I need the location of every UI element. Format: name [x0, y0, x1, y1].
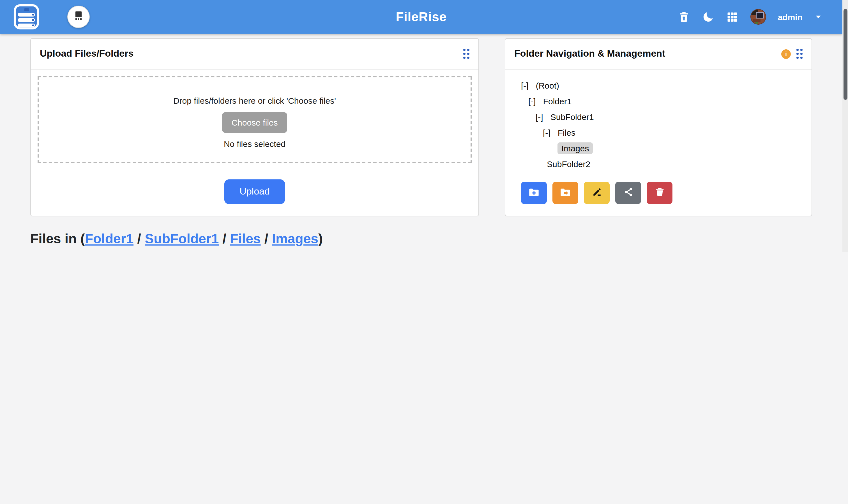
- breadcrumb-link-folder1[interactable]: Folder1: [85, 231, 134, 246]
- create-folder-button[interactable]: [521, 182, 547, 204]
- folder-tree: [-] (Root) [-] Folder1 [-] SubFolder1 [-…: [505, 70, 812, 172]
- file-dropzone[interactable]: Drop files/folders here or click 'Choose…: [38, 76, 472, 163]
- breadcrumb-link-images[interactable]: Images: [272, 231, 318, 246]
- pencil-icon: [591, 187, 602, 199]
- tree-label[interactable]: Folder1: [539, 95, 576, 107]
- user-avatar[interactable]: [750, 9, 766, 25]
- scrollbar[interactable]: [842, 0, 848, 252]
- tree-toggle[interactable]: [-]: [543, 128, 550, 137]
- breadcrumb-suffix: ): [318, 231, 323, 246]
- trash-restore-icon[interactable]: [678, 11, 690, 23]
- tree-item[interactable]: [-] SubFolder1: [505, 109, 812, 124]
- scrollbar-thumb[interactable]: [843, 9, 847, 100]
- folder-card-title: Folder Navigation & Management: [514, 48, 665, 59]
- tree-label[interactable]: Images: [558, 142, 593, 154]
- tree-item[interactable]: [-] Files: [505, 124, 812, 140]
- breadcrumb: Files in (Folder1 / SubFolder1 / Files /…: [30, 231, 812, 247]
- dark-mode-moon-icon[interactable]: [702, 11, 714, 23]
- page-content: Upload Files/Folders Drop files/folders …: [0, 34, 842, 252]
- share-icon: [623, 187, 634, 199]
- caret-down-icon[interactable]: [814, 11, 822, 23]
- tree-item[interactable]: [-] (Root): [505, 77, 812, 93]
- topbar-actions: admin: [678, 9, 842, 25]
- tree-item[interactable]: [-] Folder1: [505, 93, 812, 109]
- breadcrumb-prefix: Files in (: [30, 231, 85, 246]
- drag-handle-icon[interactable]: [796, 49, 802, 59]
- share-folder-button[interactable]: [615, 182, 641, 204]
- tree-item[interactable]: SubFolder2: [505, 156, 812, 172]
- cards-row: Upload Files/Folders Drop files/folders …: [0, 34, 842, 216]
- delete-folder-button[interactable]: [647, 182, 672, 204]
- rename-folder-button[interactable]: [584, 182, 610, 204]
- apps-grid-icon[interactable]: [726, 11, 739, 23]
- folder-navigation-card: Folder Navigation & Management i [-] (Ro…: [505, 38, 812, 216]
- folder-action-buttons: [521, 182, 812, 204]
- move-folder-button[interactable]: [552, 182, 578, 204]
- tree-label[interactable]: SubFolder1: [547, 111, 598, 123]
- trash-icon: [654, 187, 665, 199]
- breadcrumb-link-files[interactable]: Files: [230, 231, 261, 246]
- top-bar: FileRise: [0, 0, 842, 34]
- username-label[interactable]: admin: [778, 12, 802, 22]
- tree-label[interactable]: SubFolder2: [543, 158, 594, 169]
- folder-arrow-icon: [560, 186, 571, 199]
- tree-toggle[interactable]: [-]: [528, 96, 536, 106]
- tree-toggle[interactable]: [-]: [536, 112, 543, 121]
- tree-toggle[interactable]: [-]: [521, 80, 529, 90]
- info-icon[interactable]: i: [781, 49, 791, 59]
- drag-handle-icon[interactable]: [463, 49, 470, 59]
- breadcrumb-link-subfolder1[interactable]: SubFolder1: [145, 231, 219, 246]
- no-files-text: No files selected: [39, 139, 471, 148]
- folder-card-header: Folder Navigation & Management i: [505, 39, 812, 70]
- files-section: Files in (Folder1 / SubFolder1 / Files /…: [0, 231, 842, 252]
- upload-card: Upload Files/Folders Drop files/folders …: [30, 38, 479, 216]
- folder-plus-icon: [528, 186, 540, 199]
- tree-label[interactable]: Files: [554, 126, 579, 138]
- tree-item[interactable]: Images: [505, 140, 812, 156]
- upload-card-title: Upload Files/Folders: [40, 48, 134, 59]
- tree-label[interactable]: (Root): [532, 79, 563, 91]
- filerise-app: FileRise: [0, 0, 848, 252]
- choose-files-button[interactable]: Choose files: [222, 112, 287, 133]
- upload-button[interactable]: Upload: [224, 179, 285, 204]
- dropzone-text: Drop files/folders here or click 'Choose…: [39, 96, 471, 105]
- upload-card-header: Upload Files/Folders: [31, 39, 478, 70]
